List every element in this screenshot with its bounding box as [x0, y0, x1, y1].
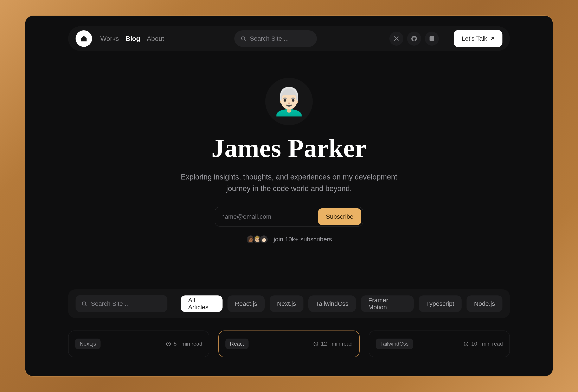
nav-search-input[interactable] [250, 35, 311, 42]
card-tag: Next.js [75, 339, 100, 349]
github-icon [411, 36, 417, 42]
articles-row: Next.js 5 - min read React 12 - min read… [68, 331, 510, 357]
svg-line-8 [85, 305, 86, 306]
clock-icon [166, 341, 171, 347]
social-x[interactable] [389, 32, 403, 45]
card-tag: React [225, 339, 248, 349]
card-readtime: 5 - min read [166, 341, 202, 347]
join-row: 👩🏾 👨🏼 👩🏻 join 10k+ subscribers [246, 235, 332, 244]
tag-all-articles[interactable]: All Articles [181, 296, 222, 312]
arrow-upright-icon [490, 36, 495, 41]
tag-nodejs[interactable]: Node.js [467, 296, 502, 312]
svg-line-6 [491, 38, 494, 40]
tag-framer-motion[interactable]: Framer Motion [361, 296, 413, 312]
clock-icon [313, 341, 319, 347]
card-readtime-text: 5 - min read [174, 341, 202, 347]
card-readtime-text: 10 - min read [471, 341, 503, 347]
subscribe-form: Subscribe [215, 207, 363, 226]
nav-links: Works Blog About [100, 35, 164, 43]
card-readtime: 10 - min read [463, 341, 503, 347]
clock-icon [463, 341, 469, 347]
subscribe-button[interactable]: Subscribe [318, 208, 361, 225]
svg-point-4 [431, 37, 431, 38]
filter-bar: All Articles React.js Next.js TailwindCs… [68, 289, 510, 318]
hero-subtitle: Exploring insights, thoughts, and experi… [176, 171, 402, 194]
article-card[interactable]: TailwindCss 10 - min read [369, 331, 510, 357]
search-icon [241, 35, 246, 42]
hero: 👨🏻‍🦳 James Parker Exploring insights, th… [25, 78, 553, 244]
filter-search[interactable] [76, 295, 167, 312]
linkedin-icon [429, 36, 435, 42]
article-card[interactable]: React 12 - min read [218, 331, 360, 357]
avatar: 👨🏻‍🦳 [265, 78, 313, 125]
tag-tailwindcss[interactable]: TailwindCss [308, 296, 356, 312]
nav-link-blog[interactable]: Blog [126, 35, 140, 43]
subscribe-label: Subscribe [326, 213, 353, 220]
filter-search-input[interactable] [91, 300, 162, 307]
home-logo[interactable] [76, 30, 92, 47]
svg-line-1 [244, 40, 245, 41]
mini-avatar: 👩🏻 [259, 235, 268, 244]
card-readtime: 12 - min read [313, 341, 353, 347]
tag-typescript[interactable]: Typescript [419, 296, 462, 312]
tag-reactjs[interactable]: React.js [228, 296, 265, 312]
card-tag: TailwindCss [376, 339, 413, 349]
tag-nextjs[interactable]: Next.js [270, 296, 303, 312]
lets-talk-button[interactable]: Let's Talk [454, 30, 502, 47]
svg-point-0 [241, 37, 245, 40]
social-github[interactable] [407, 32, 421, 45]
home-icon [80, 35, 88, 42]
nav-link-works[interactable]: Works [100, 35, 119, 43]
card-readtime-text: 12 - min read [321, 341, 353, 347]
email-input[interactable] [221, 213, 318, 220]
article-card[interactable]: Next.js 5 - min read [68, 331, 209, 357]
lets-talk-label: Let's Talk [462, 35, 487, 42]
nav-search[interactable] [234, 30, 317, 47]
app-frame: Works Blog About Let's Talk [25, 15, 553, 377]
social-linkedin[interactable] [425, 32, 439, 45]
subscriber-avatars: 👩🏾 👨🏼 👩🏻 [246, 235, 268, 244]
svg-point-7 [82, 302, 86, 305]
navbar: Works Blog About Let's Talk [68, 26, 510, 51]
search-icon [81, 300, 87, 307]
social-icons [389, 32, 439, 45]
join-text: join 10k+ subscribers [274, 236, 332, 243]
x-icon [393, 36, 399, 42]
nav-link-about[interactable]: About [147, 35, 164, 43]
hero-name: James Parker [211, 133, 366, 163]
